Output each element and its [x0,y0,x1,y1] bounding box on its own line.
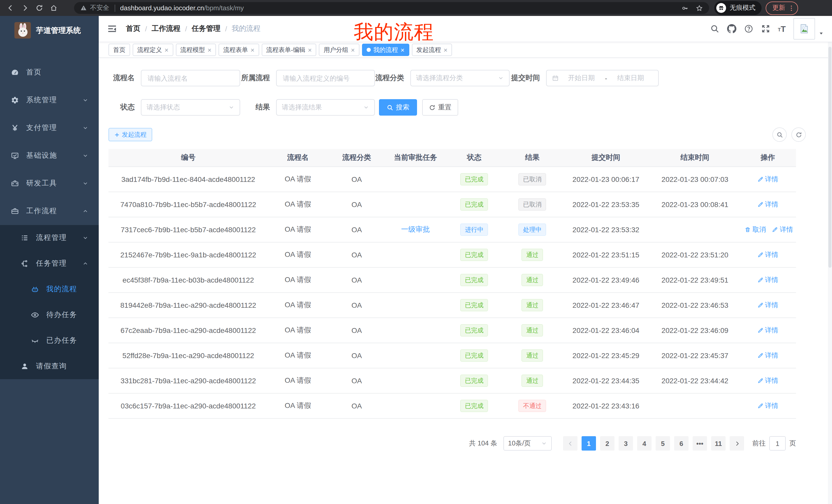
star-icon[interactable] [696,4,703,11]
sidebar-item-todo-tasks[interactable]: 待办任务 [0,302,99,328]
detail-link[interactable]: 详情 [772,225,793,234]
avatar-caret-icon[interactable] [818,31,824,36]
page-button[interactable]: 5 [656,436,670,451]
status-badge: 已完成 [461,349,488,362]
page-button[interactable]: ••• [693,436,707,451]
detail-link[interactable]: 详情 [757,175,778,184]
page-button[interactable]: 2 [600,436,615,451]
scrollbar[interactable] [828,16,832,504]
table-row: 2152467e-7b9b-11ec-9a1b-acde48001122OA 请… [108,242,796,268]
sidebar-item-payment[interactable]: 支付管理 [0,114,99,142]
tab[interactable]: 流程定义× [133,44,173,56]
submit-time-range[interactable]: 开始日期 - 结束日期 [546,70,659,86]
breadcrumb-item[interactable]: 首页 [126,24,140,33]
menu-dots-icon[interactable] [788,4,795,11]
reload-button[interactable] [32,1,46,15]
chevron-up-icon [82,208,88,214]
detail-link[interactable]: 详情 [757,351,778,360]
fullscreen-icon[interactable] [761,24,770,33]
status-select[interactable]: 请选择状态 [141,99,240,116]
sidebar-item-done-tasks[interactable]: 已办任务 [0,328,99,354]
sidebar-item-workflow[interactable]: 工作流程 [0,197,99,225]
cell-actions: 详情 [740,368,796,393]
tab[interactable]: 我的流程× [362,44,409,56]
cell-actions: 取消详情 [740,217,796,242]
cell-id: 7317cec6-7b9b-11ec-b5b7-acde48001122 [108,217,268,242]
detail-link[interactable]: 详情 [757,250,778,259]
tab[interactable]: 流程模型× [176,44,216,56]
key-icon[interactable] [681,4,688,11]
reset-button[interactable]: 重置 [422,99,458,116]
category-select[interactable]: 请选择流程分类 [410,70,510,86]
tab[interactable]: 发起流程× [412,44,452,56]
top-navbar: 首页/工作流程/任务管理/我的流程 TT 我的流程 [99,16,832,42]
help-icon[interactable] [744,24,753,33]
search-button[interactable]: 搜索 [379,99,417,116]
sidebar-item-home[interactable]: 首页 [0,59,99,86]
page-button[interactable]: 6 [674,436,688,451]
cell-id: 3ad174fb-7b9d-11ec-8404-acde48001122 [108,167,268,192]
page-button[interactable]: 4 [637,436,651,451]
next-page-button[interactable] [730,436,744,451]
detail-link[interactable]: 详情 [757,401,778,411]
logo-image [15,22,31,38]
update-button[interactable]: 更新 [766,1,798,15]
tab[interactable]: 流程表单-编辑× [262,44,316,56]
page-size-select[interactable]: 10条/页 [503,436,552,451]
avatar[interactable] [794,18,815,39]
goto-page-input[interactable] [769,436,786,451]
tab[interactable]: 首页 [108,44,130,56]
github-icon[interactable] [727,24,736,33]
table-row: 3ad174fb-7b9d-11ec-8404-acde48001122OA 请… [108,167,796,192]
detail-link[interactable]: 详情 [757,376,778,385]
address-bar[interactable]: 不安全 dashboard.yudao.iocoder.cn /bpm/task… [74,2,709,14]
close-icon[interactable]: × [400,47,405,53]
forward-button[interactable] [18,1,32,15]
current-task-link[interactable]: 一级审批 [401,225,430,233]
page-button[interactable]: 1 [581,436,596,451]
close-icon[interactable]: × [443,47,447,53]
breadcrumb-item[interactable]: 任务管理 [192,24,220,33]
page-button[interactable]: 3 [619,436,633,451]
prev-page-button[interactable] [563,436,577,451]
show-search-button[interactable] [772,128,787,142]
detail-link[interactable]: 详情 [757,301,778,310]
process-definition-input[interactable] [276,70,375,86]
page-button[interactable]: 11 [711,436,726,451]
font-size-icon[interactable]: TT [778,25,786,33]
scrollbar-thumb[interactable] [828,47,831,268]
close-icon[interactable]: × [308,47,312,53]
sidebar-item-task-mgmt[interactable]: 任务管理 [0,251,99,276]
home-button[interactable] [46,1,61,15]
cell-status: 已完成 [445,242,503,268]
sidebar-item-my-process[interactable]: 我的流程 [0,276,99,302]
tab[interactable]: 流程表单× [218,44,259,56]
create-process-button[interactable]: 发起流程 [108,128,152,141]
sidebar-item-leave-query[interactable]: 请假查询 [0,354,99,379]
address-divider [114,4,115,11]
close-icon[interactable]: × [251,47,254,53]
sidebar-item-process-mgmt[interactable]: 流程管理 [0,225,99,251]
detail-link[interactable]: 详情 [757,200,778,209]
sidebar-item-infrastructure[interactable]: 基础设施 [0,142,99,170]
detail-link[interactable]: 详情 [757,326,778,335]
close-icon[interactable]: × [351,47,355,53]
back-button[interactable] [3,1,18,15]
home-icon [50,4,57,12]
refresh-table-button[interactable] [791,128,806,142]
chevron-down-icon [82,235,88,241]
tab[interactable]: 用户分组× [319,44,359,56]
main-area: 首页/工作流程/任务管理/我的流程 TT 我的流程 首页流程定义×流程模型×流程… [99,16,832,504]
sidebar-item-system[interactable]: 系统管理 [0,86,99,114]
search-icon[interactable] [710,24,719,33]
sidebar-item-devtools[interactable]: 研发工具 [0,170,99,197]
result-select[interactable]: 请选择流结果 [276,99,375,116]
breadcrumb-item[interactable]: 工作流程 [152,24,181,33]
close-icon[interactable]: × [164,47,168,53]
sidebar-collapse-icon[interactable] [107,24,117,34]
delete-icon [745,227,751,233]
close-icon[interactable]: × [207,47,211,53]
process-name-input[interactable] [141,70,240,86]
cancel-link[interactable]: 取消 [745,225,766,234]
detail-link[interactable]: 详情 [757,275,778,285]
